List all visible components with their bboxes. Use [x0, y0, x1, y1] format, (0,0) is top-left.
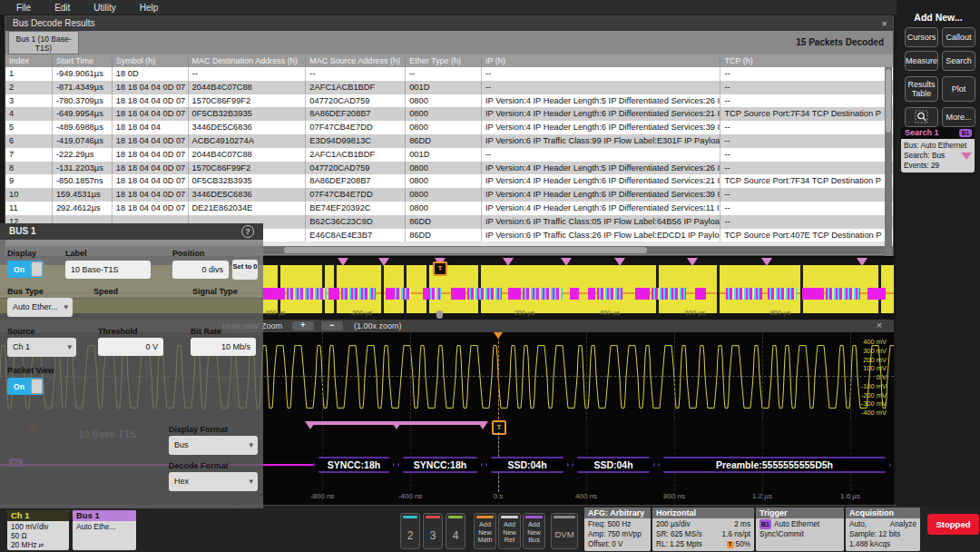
sidebar-button-measure[interactable]: Measure: [905, 51, 938, 71]
trigger-marker[interactable]: T: [492, 420, 506, 435]
search-mark-icon: [391, 421, 402, 429]
table-cell: 2AFC1ACB1BDF: [306, 148, 406, 162]
table-cell: 159.4531µs: [53, 188, 113, 202]
bottom-settings-bar: Ch 1 100 mV/div50 Ω20 MHz ⇄ Bus 1 Auto E…: [0, 505, 980, 552]
zoom-in-button[interactable]: +: [292, 321, 314, 330]
bus1-panel-titlebar[interactable]: BUS 1 ?: [0, 223, 263, 240]
trigger-pin-handle[interactable]: [436, 310, 443, 319]
table-row[interactable]: 7-222.29µs18 18 04 04 0D 072044B4C07C882…: [5, 148, 893, 162]
table-row[interactable]: 2-871.4349µs18 18 04 04 0D 072044B4C07C8…: [5, 81, 893, 94]
zoom-close-icon[interactable]: ×: [873, 320, 886, 330]
source-dropdown[interactable]: Ch 1: [7, 338, 76, 357]
trigger-panel[interactable]: Trigger B1Auto Ethernet Sync\Commit: [756, 508, 844, 551]
table-row[interactable]: 6-419.0746µs18 18 04 04 0D 07ACBC4910274…: [5, 134, 893, 148]
bus-label-input[interactable]: 10 Base-T1S: [65, 261, 151, 279]
table-cell: --: [720, 94, 893, 108]
table-row[interactable]: 3-780.3709µs18 18 04 04 0D 071570C86F99F…: [5, 94, 893, 108]
table-cell: 86DD: [406, 229, 482, 242]
sidebar-button-more-[interactable]: More...: [942, 107, 975, 127]
column-header[interactable]: TCP (h): [720, 54, 893, 67]
acquisition-details: Auto,Analyze Sample: 12 bits 1.488 kAcqs: [846, 518, 920, 550]
afg-panel[interactable]: AFG: Arbitrary Freq: 500 HzAmp: 750 mVpp…: [584, 508, 651, 551]
sidebar-button-plot[interactable]: Plot: [942, 76, 975, 102]
display-format-dropdown[interactable]: Bus: [169, 436, 258, 455]
bus1-badge[interactable]: Bus 1 Auto Ethe...: [73, 510, 136, 550]
table-cell: 5: [5, 121, 53, 134]
column-header[interactable]: Symbol (h): [113, 54, 189, 67]
threshold-input[interactable]: 0 V: [98, 338, 163, 356]
decode-segment[interactable]: Preamble:5555555555D5h: [658, 457, 891, 473]
column-header[interactable]: Ether Type (h): [406, 54, 482, 67]
dvm-button[interactable]: DVM: [551, 513, 578, 549]
table-row[interactable]: 11292.4612µs18 18 04 04 0D 07DE21E862034…: [5, 202, 893, 215]
time-tick-label: -200 µs: [349, 309, 372, 317]
display-toggle[interactable]: On: [7, 261, 44, 278]
decode-color-band: [726, 288, 762, 300]
table-row[interactable]: 10159.4531µs18 18 04 04 0D 073446DE5C683…: [5, 188, 893, 202]
table-cell: 8A86DEF208B7: [306, 174, 406, 188]
add-new-ref-button[interactable]: AddNewRef: [498, 513, 521, 549]
zoom-out-button[interactable]: −: [321, 321, 343, 330]
sidebar-button-callout[interactable]: Callout: [942, 27, 975, 47]
scrollbar-thumb[interactable]: [284, 247, 647, 253]
menu-item-file[interactable]: File: [16, 3, 31, 13]
table-cell: 2044B4C07C88: [189, 81, 307, 94]
menu-item-utility[interactable]: Utility: [93, 3, 115, 13]
sidebar-button-results-table[interactable]: Results Table: [905, 76, 938, 102]
add-new-bus-button[interactable]: AddNewBus: [523, 513, 545, 549]
acquisition-panel[interactable]: Acquisition Auto,Analyze Sample: 12 bits…: [846, 508, 920, 551]
decode-segment[interactable]: SSD:04h: [485, 457, 569, 473]
channel-color-stripe: [448, 516, 463, 518]
stopped-button[interactable]: Stopped: [927, 514, 979, 535]
menu-item-help[interactable]: Help: [140, 3, 159, 13]
close-icon[interactable]: ×: [882, 16, 887, 31]
sidebar-button-search[interactable]: Search: [942, 51, 975, 71]
table-cell: 001D: [406, 81, 482, 94]
horizontal-panel[interactable]: Horizontal 200 µs/div2 msSR: 625 MS/s1.6…: [652, 508, 754, 551]
vertical-scrollbar[interactable]: [885, 67, 892, 256]
table-cell: -419.0746µs: [53, 134, 113, 148]
table-cell: IP Version:4 IP Header Length:6 IP Diffe…: [482, 202, 720, 215]
position-input[interactable]: 0 divs: [172, 261, 229, 279]
packet-view-toggle[interactable]: On: [7, 378, 44, 395]
horizontal-details: 200 µs/div2 msSR: 625 MS/s1.6 ns/ptRL: 1…: [652, 518, 754, 550]
decode-format-dropdown[interactable]: Hex: [169, 472, 258, 491]
menu-item-edit[interactable]: Edit: [54, 3, 70, 13]
help-icon[interactable]: ?: [241, 225, 254, 238]
column-header[interactable]: Start Time: [53, 54, 113, 67]
add-new-math-button[interactable]: AddNewMath: [474, 513, 496, 549]
sidebar-button-cursors[interactable]: Cursors: [905, 27, 938, 47]
table-row[interactable]: 4-649.9954µs18 18 04 04 0D 070F5CB32B393…: [5, 107, 893, 121]
table-cell: -222.29µs: [53, 148, 113, 162]
decode-segment[interactable]: SYNCC:18h: [397, 457, 483, 473]
decode-color-band: [508, 288, 521, 300]
channel-4-button[interactable]: 4: [446, 513, 466, 549]
channel-2-button[interactable]: 2: [400, 513, 420, 549]
set-to-zero-button[interactable]: Set to 0: [232, 260, 258, 280]
column-header[interactable]: Index: [5, 54, 53, 67]
tab-bus1[interactable]: Bus 1 (10 Base-T1S): [8, 31, 79, 54]
table-cell: 86DD: [406, 134, 482, 148]
search1-badge[interactable]: Search 1 B1 Bus: Auto EthernetSearch: Bu…: [901, 127, 975, 172]
table-cell: --: [482, 148, 720, 162]
table-row[interactable]: 8-131.2203µs18 18 04 04 0D 071570C86F99F…: [5, 162, 893, 175]
column-header[interactable]: MAC Destination Address (h): [189, 54, 307, 67]
column-header[interactable]: MAC Source Address (h): [306, 54, 406, 67]
bit-rate-input[interactable]: 10 Mb/s: [191, 338, 256, 356]
table-row[interactable]: 9-850.1857ns18 18 04 04 0D 070F5CB32B393…: [5, 174, 893, 188]
bus-type-dropdown[interactable]: Auto Ether...: [7, 298, 73, 317]
table-row[interactable]: 5-489.6988µs18 18 04 043446DE5C683607F47…: [5, 121, 893, 134]
decode-segment[interactable]: SSD:04h: [572, 457, 655, 473]
sidebar-button-zoom[interactable]: [905, 107, 938, 127]
ch1-badge[interactable]: Ch 1 100 mV/div50 Ω20 MHz ⇄: [7, 510, 69, 550]
table-cell: IP Version:4 IP Header Length:5 IP Diffe…: [482, 94, 720, 108]
decode-segment[interactable]: SYNCC:18h: [313, 457, 395, 473]
table-row[interactable]: 1-949.9061µs18 0D----------: [5, 67, 893, 81]
channel-3-button[interactable]: 3: [423, 513, 443, 549]
signal-type-label: Signal Type: [192, 287, 238, 296]
trigger-marker[interactable]: T: [433, 261, 447, 276]
scrollbar-thumb[interactable]: [886, 69, 891, 133]
time-tick-label: 400 ns: [575, 492, 597, 500]
column-header[interactable]: IP (h): [482, 54, 720, 67]
results-window-titlebar[interactable]: Bus Decode Results ×: [5, 16, 893, 31]
